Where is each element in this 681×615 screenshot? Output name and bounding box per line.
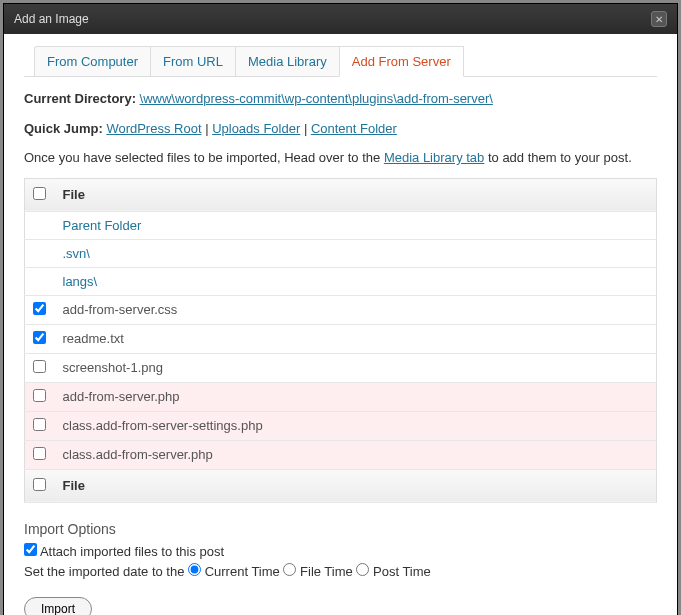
quick-jump-wordpress-root[interactable]: WordPress Root: [106, 121, 201, 136]
instruction-row: Once you have selected files to be impor…: [24, 148, 657, 168]
close-icon[interactable]: ✕: [651, 11, 667, 27]
file-name: readme.txt: [63, 331, 124, 346]
current-directory-path[interactable]: \www\wordpress-commit\wp-content\plugins…: [140, 91, 493, 106]
file-checkbox[interactable]: [33, 360, 46, 373]
tabs: From ComputerFrom URLMedia LibraryAdd Fr…: [24, 46, 657, 77]
select-all-bottom[interactable]: [33, 478, 46, 491]
file-checkbox[interactable]: [33, 331, 46, 344]
date-radio[interactable]: [356, 563, 369, 576]
file-checkbox[interactable]: [33, 418, 46, 431]
date-option-current-time[interactable]: Current Time: [188, 564, 280, 579]
file-name: screenshot-1.png: [63, 360, 163, 375]
current-directory-row: Current Directory: \www\wordpress-commit…: [24, 89, 657, 109]
table-row: Parent Folder: [25, 211, 657, 239]
tab-from-url[interactable]: From URL: [150, 46, 236, 76]
file-checkbox[interactable]: [33, 302, 46, 315]
tab-add-from-server[interactable]: Add From Server: [339, 46, 464, 77]
date-radio[interactable]: [188, 563, 201, 576]
table-row: class.add-from-server-settings.php: [25, 411, 657, 440]
folder-link[interactable]: langs\: [63, 274, 98, 289]
file-column-footer: File: [55, 469, 657, 502]
date-option-file-time[interactable]: File Time: [283, 564, 352, 579]
table-row: readme.txt: [25, 324, 657, 353]
date-radio[interactable]: [283, 563, 296, 576]
quick-jump-content-folder[interactable]: Content Folder: [311, 121, 397, 136]
file-name: class.add-from-server.php: [63, 447, 213, 462]
attach-checkbox[interactable]: [24, 543, 37, 556]
folder-link[interactable]: .svn\: [63, 246, 90, 261]
import-options-title: Import Options: [24, 521, 657, 537]
quick-jump-row: Quick Jump: WordPress Root | Uploads Fol…: [24, 119, 657, 139]
select-all-top[interactable]: [33, 187, 46, 200]
attach-option[interactable]: Attach imported files to this post: [24, 544, 224, 559]
file-name: add-from-server.php: [63, 389, 180, 404]
file-checkbox[interactable]: [33, 447, 46, 460]
table-row: screenshot-1.png: [25, 353, 657, 382]
file-checkbox[interactable]: [33, 389, 46, 402]
file-name: add-from-server.css: [63, 302, 178, 317]
table-row: .svn\: [25, 239, 657, 267]
modal-titlebar: Add an Image ✕: [4, 4, 677, 34]
date-option-post-time[interactable]: Post Time: [356, 564, 430, 579]
media-library-link[interactable]: Media Library tab: [384, 150, 484, 165]
file-name: class.add-from-server-settings.php: [63, 418, 263, 433]
date-label: Set the imported date to the: [24, 564, 184, 579]
quick-jump-label: Quick Jump:: [24, 121, 103, 136]
tab-media-library[interactable]: Media Library: [235, 46, 340, 76]
modal-title: Add an Image: [14, 12, 89, 26]
folder-link[interactable]: Parent Folder: [63, 218, 142, 233]
import-button[interactable]: Import: [24, 597, 92, 616]
tab-from-computer[interactable]: From Computer: [34, 46, 151, 76]
table-row: add-from-server.php: [25, 382, 657, 411]
quick-jump-uploads-folder[interactable]: Uploads Folder: [212, 121, 300, 136]
file-table: File Parent Folder.svn\langs\add-from-se…: [24, 178, 657, 503]
file-column-header: File: [55, 178, 657, 211]
table-row: class.add-from-server.php: [25, 440, 657, 469]
table-row: langs\: [25, 267, 657, 295]
table-row: add-from-server.css: [25, 295, 657, 324]
current-directory-label: Current Directory:: [24, 91, 136, 106]
